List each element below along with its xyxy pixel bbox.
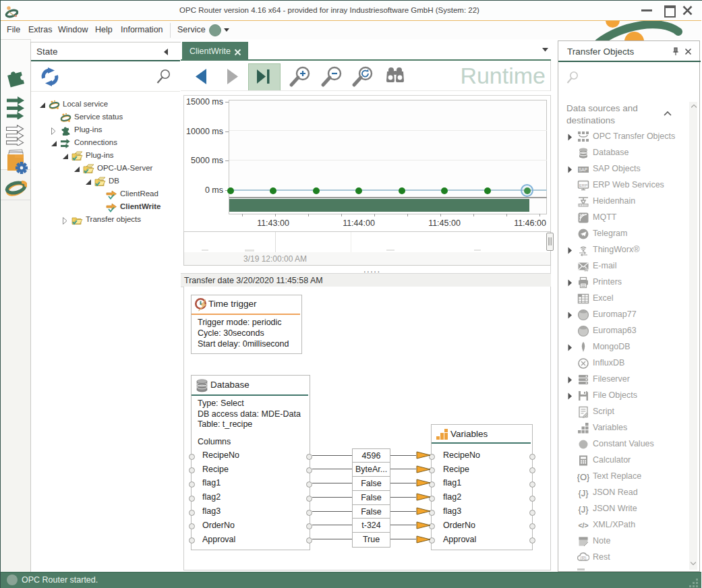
svg-text:{J}: {J} bbox=[578, 504, 589, 514]
svg-text:{O}: {O} bbox=[577, 472, 589, 482]
svg-text:SAP: SAP bbox=[579, 167, 587, 172]
svg-text:ERP: ERP bbox=[579, 183, 587, 187]
svg-text:{J}: {J} bbox=[578, 488, 589, 498]
svg-text:(R): (R) bbox=[580, 556, 586, 561]
svg-text:</>: </> bbox=[578, 521, 588, 529]
